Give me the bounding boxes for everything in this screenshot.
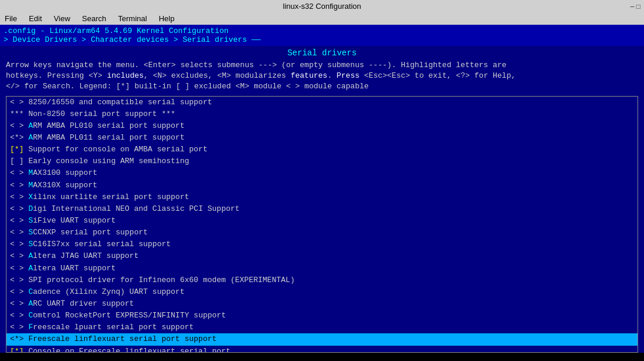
breadcrumb-line2: > Device Drivers > Character devices > S… [4, 35, 640, 44]
list-item[interactable]: < > ARM AMBA PL010 serial port support [6, 120, 638, 132]
list-item[interactable]: < > Altera UART support [6, 263, 638, 274]
main-container: Serial drivers Arrow keys navigate the m… [0, 46, 644, 353]
breadcrumb-line1: .config - Linux/arm64 5.4.69 Kernel Conf… [4, 27, 640, 35]
list-item[interactable]: < > SCCNXP serial port support [6, 227, 638, 239]
menu-item-file[interactable]: File [2, 14, 19, 24]
menu-item-edit[interactable]: Edit [26, 14, 44, 24]
menu-item-terminal[interactable]: Terminal [116, 14, 150, 24]
list-item[interactable]: < > SC16IS7xx serial serial support [6, 239, 638, 250]
list-item[interactable]: [*] Support for console on AMBA serial p… [6, 144, 638, 155]
section-title: Serial drivers [0, 46, 644, 59]
window-title: linux-s32 Configuration [283, 2, 361, 11]
list-item[interactable]: < > 8250/16550 and compatible serial sup… [6, 97, 638, 108]
breadcrumb: .config - Linux/arm64 5.4.69 Kernel Conf… [0, 25, 644, 46]
list-item[interactable]: < > Cadence (Xilinx Zynq) UART support [6, 286, 638, 298]
list-item[interactable]: < > ARC UART driver support [6, 298, 638, 310]
list-item[interactable]: *** Non-8250 serial port support *** [6, 108, 638, 120]
window-controls[interactable]: – □ [630, 2, 640, 11]
list-items: < > 8250/16550 and compatible serial sup… [6, 97, 638, 353]
help-line1: Arrow keys navigate the menu. <Enter> se… [6, 60, 638, 71]
help-text: Arrow keys navigate the menu. <Enter> se… [0, 59, 644, 96]
help-line2: hotkeys. Pressing <Y> includes, <N> excl… [6, 71, 638, 81]
list-item[interactable]: < > MAX310X support [6, 180, 638, 191]
list-item[interactable]: <*> Freescale linflexuart serial port su… [6, 333, 638, 345]
list-item[interactable]: [*] Console on Freescale linflexuart ser… [6, 346, 638, 353]
list-item[interactable]: < > Freescale lpuart serial port support [6, 322, 638, 333]
list-item[interactable]: < > Xilinx uartlite serial port support [6, 191, 638, 203]
list-item[interactable]: < > Altera JTAG UART support [6, 250, 638, 262]
list-item[interactable]: < > SPI protocol driver for Infineon 6x6… [6, 274, 638, 286]
list-item[interactable]: <*> ARM AMBA PL011 serial port support [6, 132, 638, 144]
list-item[interactable]: < > Comtrol RocketPort EXPRESS/INFINITY … [6, 310, 638, 322]
menubar: FileEditViewSearchTerminalHelp [0, 12, 644, 25]
list-item[interactable]: [ ] Early console using ARM semihosting [6, 155, 638, 167]
title-bar: linux-s32 Configuration – □ [0, 0, 644, 12]
list-container[interactable]: < > 8250/16550 and compatible serial sup… [6, 96, 638, 353]
list-item[interactable]: < > Digi International NEO and Classic P… [6, 203, 638, 215]
menu-item-view[interactable]: View [51, 14, 72, 24]
help-line3: </> for Search. Legend: [*] built-in [ ]… [6, 81, 638, 92]
list-item[interactable]: < > SiFive UART support [6, 215, 638, 227]
menu-item-search[interactable]: Search [79, 14, 108, 24]
list-item[interactable]: < > MAX3100 support [6, 167, 638, 179]
menu-item-help[interactable]: Help [157, 14, 177, 24]
